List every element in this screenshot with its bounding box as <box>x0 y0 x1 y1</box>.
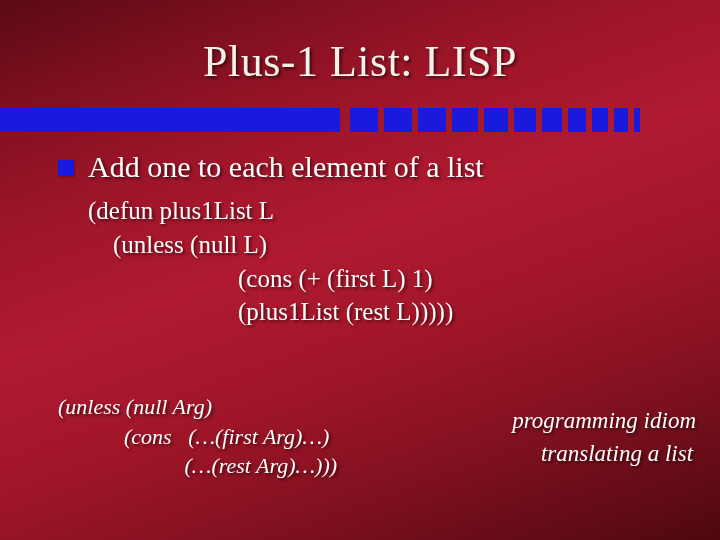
divider-tick <box>634 108 640 132</box>
content-area: Add one to each element of a list (defun… <box>58 150 690 329</box>
bullet-row: Add one to each element of a list <box>58 150 690 184</box>
divider-tick <box>484 108 508 132</box>
bottom-row: (unless (null Arg) (cons (…(first Arg)…)… <box>58 392 696 481</box>
idiom-code: (unless (null Arg) (cons (…(first Arg)…)… <box>58 392 337 481</box>
divider-tick <box>418 108 446 132</box>
divider-tick <box>384 108 412 132</box>
code-block: (defun plus1List L (unless (null L) (con… <box>88 194 690 329</box>
slide-title: Plus-1 List: LISP <box>203 36 517 87</box>
divider-bar <box>0 108 720 132</box>
divider-tick <box>542 108 562 132</box>
divider-tick <box>514 108 536 132</box>
divider-tick <box>614 108 628 132</box>
divider-tick <box>350 108 378 132</box>
divider-bar-ticks <box>350 108 640 132</box>
bullet-text: Add one to each element of a list <box>88 150 484 184</box>
divider-bar-solid <box>0 108 340 132</box>
divider-tick <box>592 108 608 132</box>
title-wrap: Plus-1 List: LISP <box>0 0 720 87</box>
divider-tick <box>452 108 478 132</box>
divider-tick <box>568 108 586 132</box>
square-bullet-icon <box>58 160 74 176</box>
idiom-label: programming idiom translating a list <box>512 404 696 471</box>
slide: Plus-1 List: LISP Add one to each elemen… <box>0 0 720 540</box>
